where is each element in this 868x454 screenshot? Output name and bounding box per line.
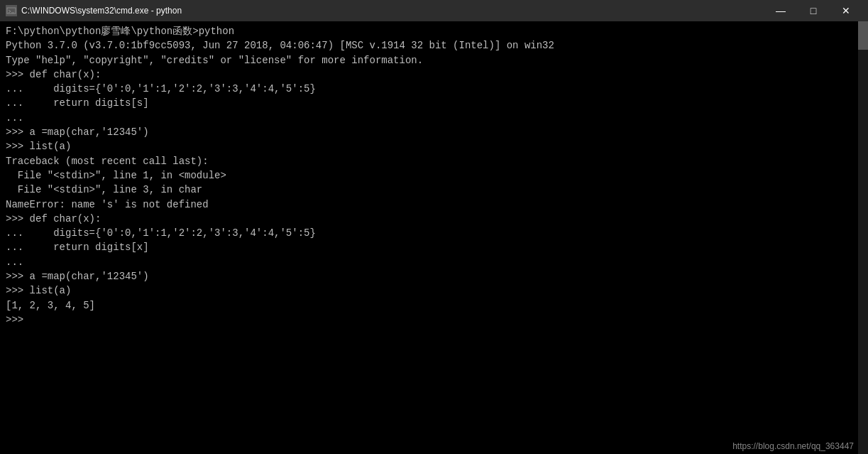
- terminal-area: F:\python\python廖雪峰\python函数>python Pyth…: [0, 21, 868, 454]
- scrollbar[interactable]: [858, 21, 868, 454]
- cmd-icon: [6, 5, 17, 16]
- close-button[interactable]: ✕: [830, 0, 862, 21]
- title-bar: C:\WINDOWS\system32\cmd.exe - python — □…: [0, 0, 868, 21]
- title-bar-controls: — □ ✕: [764, 0, 862, 21]
- title-bar-left: C:\WINDOWS\system32\cmd.exe - python: [6, 5, 182, 16]
- terminal-output: F:\python\python廖雪峰\python函数>python Pyth…: [6, 24, 862, 327]
- maximize-button[interactable]: □: [797, 0, 830, 21]
- window-title: C:\WINDOWS\system32\cmd.exe - python: [21, 6, 182, 16]
- watermark: https://blog.csdn.net/qq_363447: [732, 441, 854, 451]
- scrollbar-thumb[interactable]: [858, 21, 868, 50]
- minimize-button[interactable]: —: [764, 0, 797, 21]
